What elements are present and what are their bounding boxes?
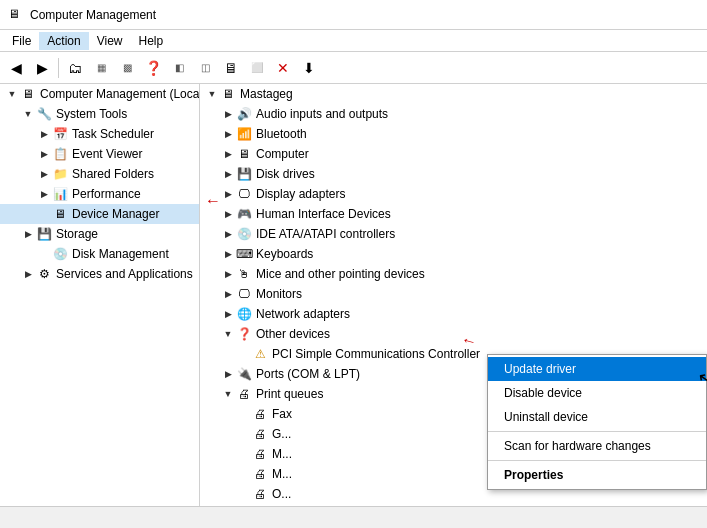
toolbar-btn-1[interactable]: 🗂 — [63, 56, 87, 80]
r-toggle-ide[interactable]: ▶ — [220, 226, 236, 242]
r-icon-mastageg: 🖥 — [220, 86, 236, 102]
toggle-computer-mgmt[interactable]: ▼ — [4, 86, 20, 102]
r-toggle-fax — [236, 406, 252, 422]
r-toggle-monitors[interactable]: ▶ — [220, 286, 236, 302]
label-device-manager: Device Manager — [72, 207, 159, 221]
r-icon-display: 🖵 — [236, 186, 252, 202]
r-tree-item-mice[interactable]: ▶ 🖱 Mice and other pointing devices — [200, 264, 707, 284]
toolbar-btn-3[interactable]: ▩ — [115, 56, 139, 80]
menu-view[interactable]: View — [89, 32, 131, 50]
toggle-shared-folders[interactable]: ▶ — [36, 166, 52, 182]
r-toggle-hid[interactable]: ▶ — [220, 206, 236, 222]
r-toggle-bluetooth[interactable]: ▶ — [220, 126, 236, 142]
menu-file[interactable]: File — [4, 32, 39, 50]
r-label-disk-drives: Disk drives — [256, 167, 315, 181]
icon-storage: 💾 — [36, 226, 52, 242]
menu-action[interactable]: Action — [39, 32, 88, 50]
r-toggle-mastageg[interactable]: ▼ — [204, 86, 220, 102]
r-tree-item-audio[interactable]: ▶ 🔊 Audio inputs and outputs — [200, 104, 707, 124]
r-tree-item-computer[interactable]: ▶ 🖥 Computer — [200, 144, 707, 164]
r-tree-item-other[interactable]: ▼ ❓ Other devices — [200, 324, 707, 344]
r-label-g: G... — [272, 427, 291, 441]
r-label-print-queues: Print queues — [256, 387, 323, 401]
toolbar-btn-6[interactable]: ⬜ — [245, 56, 269, 80]
r-icon-audio: 🔊 — [236, 106, 252, 122]
r-label-o: O... — [272, 487, 291, 501]
tree-item-event-viewer[interactable]: ▶ 📋 Event Viewer — [0, 144, 199, 164]
r-tree-item-display[interactable]: ▶ 🖵 Display adapters — [200, 184, 707, 204]
toggle-event-viewer[interactable]: ▶ — [36, 146, 52, 162]
r-tree-item-ide[interactable]: ▶ 💿 IDE ATA/ATAPI controllers — [200, 224, 707, 244]
r-icon-monitors: 🖵 — [236, 286, 252, 302]
r-label-ports: Ports (COM & LPT) — [256, 367, 360, 381]
ctx-item-disable[interactable]: Disable device — [488, 381, 706, 405]
r-tree-item-mastageg[interactable]: ▼ 🖥 Mastageg — [200, 84, 707, 104]
toolbar-monitor[interactable]: 🖥 — [219, 56, 243, 80]
r-tree-item-keyboards[interactable]: ▶ ⌨ Keyboards — [200, 244, 707, 264]
r-toggle-other[interactable]: ▼ — [220, 326, 236, 342]
r-tree-item-r[interactable]: 🖨 R... — [200, 504, 707, 506]
r-toggle-computer[interactable]: ▶ — [220, 146, 236, 162]
r-tree-item-disk-drives[interactable]: ▶ 💾 Disk drives — [200, 164, 707, 184]
r-label-display: Display adapters — [256, 187, 345, 201]
r-toggle-print-queues[interactable]: ▼ — [220, 386, 236, 402]
r-icon-disk-drives: 💾 — [236, 166, 252, 182]
r-icon-g: 🖨 — [252, 426, 268, 442]
toolbar-help[interactable]: ❓ — [141, 56, 165, 80]
r-label-other: Other devices — [256, 327, 330, 341]
r-toggle-disk-drives[interactable]: ▶ — [220, 166, 236, 182]
menu-help[interactable]: Help — [131, 32, 172, 50]
ctx-item-uninstall[interactable]: Uninstall device — [488, 405, 706, 429]
title-bar-text: Computer Management — [30, 8, 156, 22]
r-toggle-ports[interactable]: ▶ — [220, 366, 236, 382]
r-icon-mice: 🖱 — [236, 266, 252, 282]
toolbar: ◀ ▶ 🗂 ▦ ▩ ❓ ◧ ◫ 🖥 ⬜ ✕ ⬇ — [0, 52, 707, 84]
tree-item-performance[interactable]: ▶ 📊 Performance — [0, 184, 199, 204]
r-icon-pci: ⚠ — [252, 346, 268, 362]
r-tree-item-hid[interactable]: ▶ 🎮 Human Interface Devices — [200, 204, 707, 224]
toolbar-btn-4[interactable]: ◧ — [167, 56, 191, 80]
r-label-mice: Mice and other pointing devices — [256, 267, 425, 281]
r-toggle-audio[interactable]: ▶ — [220, 106, 236, 122]
tree-item-services[interactable]: ▶ ⚙ Services and Applications — [0, 264, 199, 284]
r-tree-item-bluetooth[interactable]: ▶ 📶 Bluetooth — [200, 124, 707, 144]
r-tree-item-monitors[interactable]: ▶ 🖵 Monitors — [200, 284, 707, 304]
r-toggle-mice[interactable]: ▶ — [220, 266, 236, 282]
menu-bar: File Action View Help — [0, 30, 707, 52]
tree-item-device-manager[interactable]: 🖥 Device Manager — [0, 204, 199, 224]
toolbar-btn-5[interactable]: ◫ — [193, 56, 217, 80]
ctx-item-scan[interactable]: Scan for hardware changes — [488, 434, 706, 458]
tree-item-task-scheduler[interactable]: ▶ 📅 Task Scheduler — [0, 124, 199, 144]
toolbar-back[interactable]: ◀ — [4, 56, 28, 80]
tree-item-storage[interactable]: ▶ 💾 Storage — [0, 224, 199, 244]
toolbar-delete[interactable]: ✕ — [271, 56, 295, 80]
r-toggle-network[interactable]: ▶ — [220, 306, 236, 322]
toolbar-download[interactable]: ⬇ — [297, 56, 321, 80]
main-container: ▼ 🖥 Computer Management (Local ▼ 🔧 Syste… — [0, 84, 707, 506]
r-toggle-display[interactable]: ▶ — [220, 186, 236, 202]
ctx-item-update-driver[interactable]: Update driver — [488, 357, 706, 381]
toolbar-btn-2[interactable]: ▦ — [89, 56, 113, 80]
label-disk-management: Disk Management — [72, 247, 169, 261]
r-toggle-keyboards[interactable]: ▶ — [220, 246, 236, 262]
toolbar-forward[interactable]: ▶ — [30, 56, 54, 80]
tree-item-computer-mgmt[interactable]: ▼ 🖥 Computer Management (Local — [0, 84, 199, 104]
ctx-item-properties[interactable]: Properties — [488, 463, 706, 487]
toggle-task-scheduler[interactable]: ▶ — [36, 126, 52, 142]
label-storage: Storage — [56, 227, 98, 241]
r-label-pci: PCI Simple Communications Controller — [272, 347, 480, 361]
icon-disk-management: 💿 — [52, 246, 68, 262]
r-tree-item-network[interactable]: ▶ 🌐 Network adapters — [200, 304, 707, 324]
title-bar: 🖥 Computer Management — [0, 0, 707, 30]
toggle-performance[interactable]: ▶ — [36, 186, 52, 202]
toggle-services[interactable]: ▶ — [20, 266, 36, 282]
tree-item-shared-folders[interactable]: ▶ 📁 Shared Folders — [0, 164, 199, 184]
tree-item-disk-management[interactable]: 💿 Disk Management — [0, 244, 199, 264]
toggle-storage[interactable]: ▶ — [20, 226, 36, 242]
label-services: Services and Applications — [56, 267, 193, 281]
r-label-audio: Audio inputs and outputs — [256, 107, 388, 121]
toggle-system-tools[interactable]: ▼ — [20, 106, 36, 122]
tree-item-system-tools[interactable]: ▼ 🔧 System Tools — [0, 104, 199, 124]
r-label-bluetooth: Bluetooth — [256, 127, 307, 141]
icon-system-tools: 🔧 — [36, 106, 52, 122]
